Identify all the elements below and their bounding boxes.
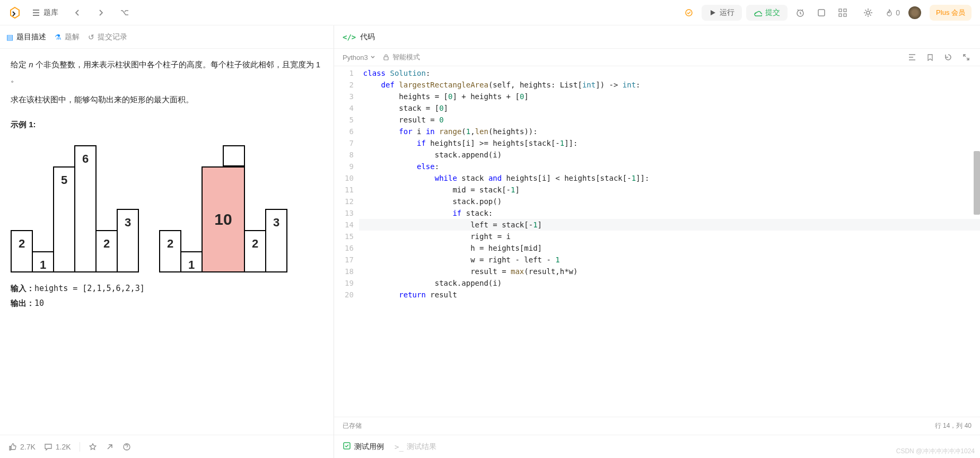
problem-paragraph-2: 求在该柱状图中，能够勾勒出来的矩形的最大面积。 [11, 92, 323, 107]
plus-badge[interactable]: Plus 会员 [930, 5, 972, 21]
problem-list-nav[interactable]: 题库 [28, 6, 63, 20]
smart-mode-toggle[interactable]: 智能模式 [383, 52, 420, 62]
comment-count: 1.2K [56, 443, 71, 451]
code-line[interactable]: w = right - left - 1 [359, 254, 980, 266]
code-panel: </> 代码 Python3 智能模式 [334, 25, 980, 458]
share-button[interactable] [106, 443, 114, 451]
tab-solution[interactable]: ⚗ 题解 [55, 32, 80, 42]
layout-button[interactable] [834, 4, 851, 21]
timer-button[interactable] [792, 4, 809, 21]
svg-rect-9 [384, 57, 388, 60]
gear-icon [863, 8, 873, 17]
scrollbar-track[interactable] [974, 66, 980, 417]
code-icon: </> [343, 33, 356, 41]
code-line[interactable]: heights = [0] + heights + [0] [359, 91, 980, 102]
output-value: 10 [34, 298, 44, 308]
code-line[interactable]: class Solution: [359, 67, 980, 79]
logo[interactable] [8, 6, 21, 19]
lock-icon [383, 54, 389, 60]
tab-description[interactable]: ▤ 题目描述 [6, 32, 46, 42]
main: ▤ 题目描述 ⚗ 题解 ↺ 提交记录 给定 n 个非负整数，用来表示柱状图中各个… [0, 25, 980, 458]
tab-submissions[interactable]: ↺ 提交记录 [88, 32, 127, 42]
code-editor[interactable]: 1234567891011121314151617181920 class So… [334, 66, 980, 417]
run-button[interactable]: 运行 [702, 5, 742, 21]
result-label: 测试结果 [407, 442, 436, 452]
prev-problem-button[interactable] [69, 4, 86, 21]
code-line[interactable]: result = max(result,h*w) [359, 266, 980, 277]
avatar[interactable] [908, 6, 921, 19]
submit-button[interactable]: 提交 [746, 5, 788, 21]
streak-count: 0 [896, 8, 900, 17]
like-count: 2.7K [20, 443, 36, 451]
input-code: heights = [2,1,5,6,2,3] [34, 284, 145, 293]
line-gutter: 1234567891011121314151617181920 [334, 66, 359, 417]
tab-testcase[interactable]: 测试用例 [343, 442, 384, 452]
code-line[interactable]: h = heights[mid] [359, 242, 980, 254]
alarm-icon [795, 8, 805, 17]
svg-rect-6 [844, 14, 846, 16]
tab-submissions-label: 提交记录 [98, 32, 127, 42]
bookmark-button[interactable] [925, 52, 935, 63]
problem-panel: ▤ 题目描述 ⚗ 题解 ↺ 提交记录 给定 n 个非负整数，用来表示柱状图中各个… [0, 25, 334, 458]
help-button[interactable] [122, 443, 131, 451]
question-icon [122, 443, 131, 451]
svg-rect-2 [818, 10, 825, 16]
code-line[interactable]: else: [359, 161, 980, 172]
problem-list-label: 题库 [43, 8, 58, 17]
example-label: 示例 1: [11, 117, 323, 131]
svg-point-7 [867, 11, 870, 14]
like-button[interactable]: 2.7K [8, 443, 36, 451]
tab-result[interactable]: >_ 测试结果 [395, 442, 436, 452]
language-select[interactable]: Python3 [343, 54, 375, 61]
smart-mode-label: 智能模式 [392, 52, 420, 62]
reset-icon [944, 53, 952, 61]
divider [80, 442, 80, 452]
notes-button[interactable] [813, 4, 830, 21]
reset-button[interactable] [943, 52, 953, 63]
chevron-left-icon [74, 9, 81, 16]
problem-body[interactable]: 给定 n 个非负整数，用来表示柱状图中各个柱子的高度。每个柱子彼此相邻，且宽度为… [0, 49, 334, 435]
format-button[interactable] [907, 52, 917, 63]
saved-status: 已存储 [343, 421, 362, 430]
code-line[interactable]: left = stack[-1] [359, 219, 980, 231]
chevron-down-icon [370, 55, 375, 60]
input-label: 输入： [11, 284, 34, 293]
scrollbar-thumb[interactable] [974, 151, 980, 215]
cursor-position: 行 14，列 40 [935, 421, 972, 430]
code-line[interactable]: while stack and heights[i] < heights[sta… [359, 172, 980, 184]
debug-button[interactable] [680, 4, 697, 21]
streak-counter[interactable]: 0 [885, 8, 900, 17]
code-line[interactable]: mid = stack[-1] [359, 184, 980, 196]
check-icon [343, 442, 351, 452]
comment-button[interactable]: 1.2K [44, 443, 71, 451]
chevron-right-icon [97, 9, 104, 16]
code-line[interactable]: if stack: [359, 207, 980, 219]
output-label: 输出： [11, 298, 34, 307]
code-line[interactable]: right = i [359, 231, 980, 242]
bookmark-icon [926, 54, 934, 61]
code-line[interactable]: stack.pop() [359, 196, 980, 207]
bottom-tabs: 测试用例 >_ 测试结果 [334, 435, 980, 458]
cloud-upload-icon [754, 8, 762, 17]
flame-icon [885, 8, 894, 17]
editor-status-bar: 已存储 行 14，列 40 [334, 417, 980, 435]
share-icon [106, 443, 114, 451]
topbar: 题库 运行 提交 [0, 0, 980, 25]
settings-button[interactable] [860, 4, 877, 21]
shuffle-button[interactable] [116, 4, 133, 21]
code-line[interactable]: if heights[i] >= heights[stack[-1]]: [359, 137, 980, 149]
code-line[interactable]: stack = [0] [359, 102, 980, 114]
fullscreen-button[interactable] [961, 52, 972, 63]
code-line[interactable]: result = 0 [359, 114, 980, 126]
code-line[interactable]: return result [359, 289, 980, 301]
code-line[interactable]: stack.append(i) [359, 277, 980, 289]
code-line[interactable]: for i in range(1,len(heights)): [359, 126, 980, 137]
code-line[interactable]: def largestRectangleArea(self, heights: … [359, 79, 980, 91]
note-icon [817, 8, 826, 17]
next-problem-button[interactable] [92, 4, 109, 21]
code-line[interactable]: stack.append(i) [359, 149, 980, 161]
submit-label: 提交 [765, 8, 780, 17]
tab-solution-label: 题解 [65, 32, 80, 42]
code-content[interactable]: class Solution: def largestRectangleArea… [359, 66, 980, 417]
favorite-button[interactable] [89, 443, 97, 451]
